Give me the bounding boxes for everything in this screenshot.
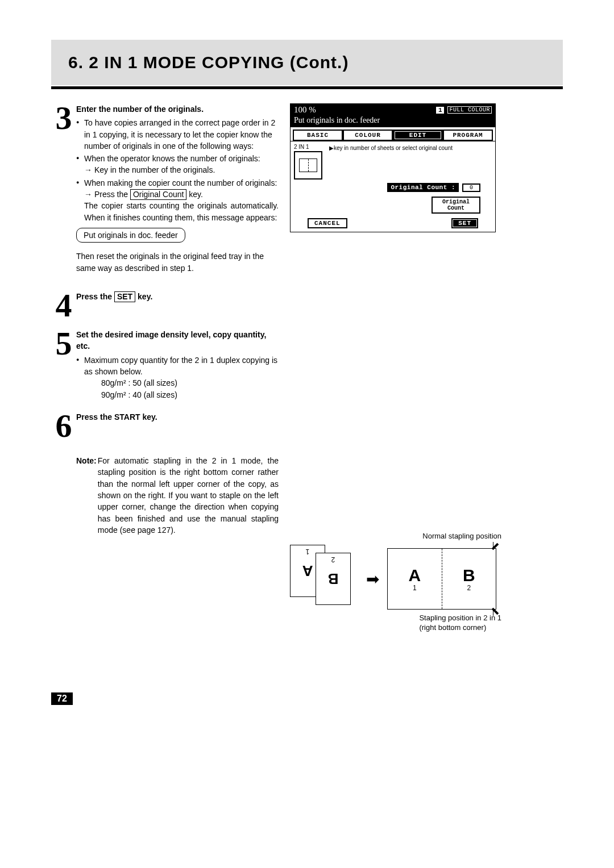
step-heading: Enter the number of the originals. bbox=[76, 105, 204, 114]
result-page-icon: Normal stapling position A 1 B 2 bbox=[387, 548, 496, 610]
message-pill: Put originals in doc. feeder bbox=[76, 228, 185, 243]
zoom-value: 100 % bbox=[294, 105, 316, 115]
bullet: When making the copier count the number … bbox=[76, 177, 279, 223]
page-number: 72 bbox=[51, 692, 73, 705]
tab-program[interactable]: PROGRAM bbox=[443, 130, 493, 141]
original-count-key: Original Count bbox=[130, 189, 187, 200]
copier-display-panel: 100 % 1 FULL COLOUR Put originals in doc… bbox=[290, 103, 496, 232]
panel-message: Put originals in doc. feeder bbox=[291, 116, 495, 127]
tab-colour[interactable]: COLOUR bbox=[343, 130, 393, 141]
bullet: When the operator knows the number of or… bbox=[76, 153, 279, 176]
step-number: 5 bbox=[51, 329, 76, 403]
sub-line: → Key in the number of the originals. bbox=[84, 164, 279, 176]
bullet: To have copies arranged in the correct p… bbox=[76, 117, 279, 152]
copy-count: 1 bbox=[436, 107, 445, 114]
panel-tabs: BASIC COLOUR EDIT PROGRAM bbox=[291, 127, 495, 141]
step-number: 3 bbox=[51, 103, 76, 274]
two-in-one-icon bbox=[294, 151, 322, 180]
set-button[interactable]: SET bbox=[451, 218, 478, 228]
colour-mode-badge: FULL COLOUR bbox=[447, 106, 492, 114]
page-title-bar: 6. 2 IN 1 MODE COPYING (Cont.) bbox=[51, 40, 563, 85]
step-6: 6 Press the START key. bbox=[51, 411, 279, 441]
2in1-stapling-label: Stapling position in 2 in 1 (right botto… bbox=[419, 614, 501, 633]
original-pages-icon: A 1 B 2 bbox=[290, 545, 358, 613]
stapling-diagram: A 1 B 2 ➡ Normal stapling position bbox=[290, 545, 563, 613]
step-number: 6 bbox=[51, 411, 76, 441]
original-count-value: 0 bbox=[462, 183, 480, 192]
original-count-button[interactable]: Original Count bbox=[432, 197, 480, 214]
step-heading: Set the desired image density level, cop… bbox=[76, 330, 266, 350]
step-3: 3 Enter the number of the originals. To … bbox=[51, 103, 279, 274]
cancel-button[interactable]: CANCEL bbox=[308, 218, 347, 228]
note: Note:For automatic stapling in the 2 in … bbox=[51, 455, 279, 536]
normal-stapling-label: Normal stapling position bbox=[422, 532, 501, 540]
tab-edit[interactable]: EDIT bbox=[393, 130, 443, 141]
mode-label: 2 IN 1 bbox=[294, 144, 325, 150]
panel-hint: ▶key in number of sheets or select origi… bbox=[329, 145, 453, 151]
bullet: Maximum copy quantity for the 2 in 1 dup… bbox=[76, 354, 279, 400]
step-number: 4 bbox=[51, 291, 76, 320]
page-title: 6. 2 IN 1 MODE COPYING (Cont.) bbox=[68, 53, 349, 72]
original-count-label: Original Count : bbox=[387, 183, 459, 192]
tab-basic[interactable]: BASIC bbox=[293, 130, 343, 141]
step-5: 5 Set the desired image density level, c… bbox=[51, 329, 279, 403]
title-underline bbox=[51, 86, 563, 89]
set-key: SET bbox=[114, 291, 135, 302]
step-4: 4 Press the SET key. bbox=[51, 291, 279, 320]
arrow-right-icon: ➡ bbox=[366, 570, 379, 589]
step-heading: Press the START key. bbox=[76, 412, 157, 422]
step-after-text: Then reset the originals in the original… bbox=[76, 251, 279, 274]
